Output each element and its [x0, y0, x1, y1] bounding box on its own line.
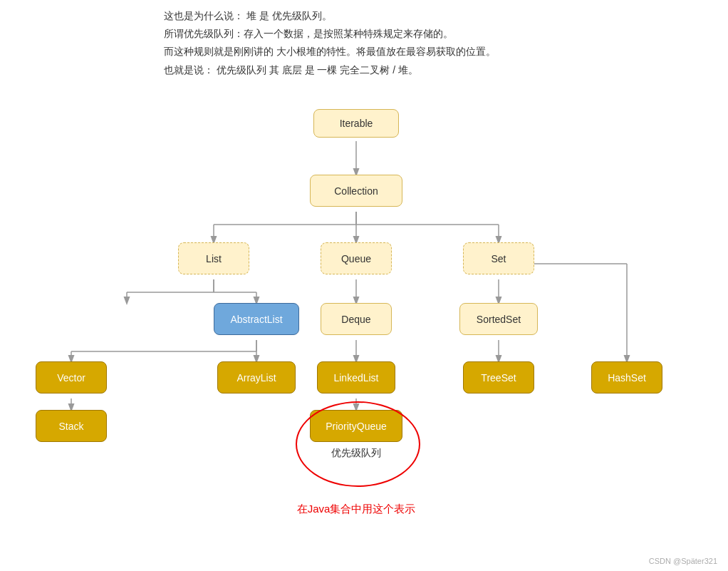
priority-queue-circle [296, 401, 420, 487]
diagram: Iterable Collection List Queue Set Abstr… [0, 103, 728, 571]
node-sorted-set: SortedSet [459, 303, 538, 335]
bottom-text: 在Java集合中用这个表示 [249, 503, 463, 516]
vector-label: Vector [57, 372, 85, 384]
node-collection: Collection [310, 175, 402, 207]
node-list: List [178, 242, 249, 274]
text-line-2: 所谓优先级队列：存入一个数据，是按照某种特殊规定来存储的。 [164, 25, 707, 43]
node-abstract-list: AbstractList [214, 303, 299, 335]
deque-label: Deque [341, 314, 370, 325]
node-deque: Deque [321, 303, 392, 335]
hash-set-label: HashSet [608, 372, 646, 384]
node-queue: Queue [321, 242, 392, 274]
array-list-label: ArrayList [236, 372, 276, 384]
bottom-text-label: 在Java集合中用这个表示 [297, 503, 416, 515]
linked-list-label: LinkedList [333, 372, 378, 384]
line2-text: 所谓优先级队列：存入一个数据，是按照某种特殊规定来存储的。 [164, 28, 453, 39]
abstract-list-label: AbstractList [230, 314, 282, 325]
node-iterable: Iterable [313, 109, 399, 138]
tree-set-label: TreeSet [481, 372, 516, 384]
node-tree-set: TreeSet [463, 361, 534, 393]
iterable-label: Iterable [340, 118, 373, 129]
node-array-list: ArrayList [217, 361, 296, 393]
connector-lines [0, 103, 728, 571]
text-line-4: 也就是说： 优先级队列 其 底层 是 一棵 完全二叉树 / 堆。 [164, 61, 707, 79]
list-label: List [206, 253, 222, 264]
set-label: Set [491, 253, 506, 264]
line4-text: 也就是说： 优先级队列 其 底层 是 一棵 完全二叉树 / 堆。 [164, 64, 418, 76]
page-container: 这也是为什么说： 堆 是 优先级队列。 所谓优先级队列：存入一个数据，是按照某种… [0, 0, 728, 571]
node-hash-set: HashSet [591, 361, 662, 393]
text-section: 这也是为什么说： 堆 是 优先级队列。 所谓优先级队列：存入一个数据，是按照某种… [164, 7, 707, 79]
text-line-1: 这也是为什么说： 堆 是 优先级队列。 [164, 7, 707, 25]
node-linked-list: LinkedList [317, 361, 395, 393]
text-line-3: 而这种规则就是刚刚讲的 大小根堆的特性。将最值放在最容易获取的位置。 [164, 43, 707, 61]
watermark: CSDN @Später321 [649, 557, 717, 565]
watermark-text: CSDN @Später321 [649, 557, 717, 565]
node-vector: Vector [36, 361, 107, 393]
stack-label: Stack [58, 421, 83, 432]
queue-label: Queue [341, 253, 371, 264]
line1-text: 这也是为什么说： 堆 是 优先级队列。 [164, 10, 332, 21]
node-stack: Stack [36, 410, 107, 442]
line3-text: 而这种规则就是刚刚讲的 大小根堆的特性。将最值放在最容易获取的位置。 [164, 46, 496, 57]
collection-label: Collection [334, 185, 378, 197]
sorted-set-label: SortedSet [477, 314, 521, 325]
node-set: Set [463, 242, 534, 274]
